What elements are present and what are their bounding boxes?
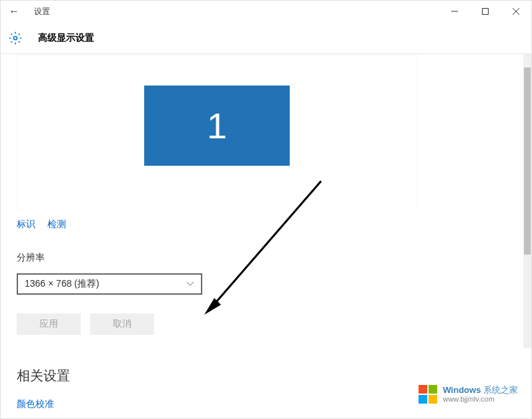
minimize-button[interactable] [439, 1, 470, 22]
svg-rect-7 [429, 385, 437, 394]
page-title: 高级显示设置 [38, 32, 94, 44]
resolution-label: 分辨率 [17, 252, 515, 264]
svg-rect-9 [429, 395, 437, 404]
content-area: 1 标识 检测 分辨率 1366 × 768 (推荐) 应用 取消 相关设置 颜… [1, 54, 531, 419]
maximize-button[interactable] [470, 1, 501, 22]
detect-link[interactable]: 检测 [47, 219, 66, 231]
identify-link[interactable]: 标识 [17, 219, 35, 231]
svg-rect-1 [483, 9, 489, 15]
related-settings-heading: 相关设置 [17, 367, 515, 385]
watermark-line1: Windows 系统之家 [443, 385, 518, 396]
vertical-scrollbar[interactable] [523, 54, 531, 348]
scrollbar-thumb[interactable] [524, 67, 531, 255]
window-controls [439, 1, 531, 22]
svg-point-4 [14, 36, 17, 39]
watermark-url: www.bjjmlv.com [443, 395, 518, 404]
display-preview: 1 [17, 54, 417, 211]
resolution-dropdown[interactable]: 1366 × 768 (推荐) [17, 273, 202, 295]
resolution-selected: 1366 × 768 (推荐) [25, 278, 99, 290]
titlebar: ← 设置 [1, 1, 531, 22]
watermark: Windows 系统之家 www.bjjmlv.com [417, 384, 518, 405]
page-header: 高级显示设置 [1, 22, 531, 54]
gear-icon [7, 30, 23, 46]
action-buttons: 应用 取消 [17, 313, 515, 335]
display-links: 标识 检测 [17, 219, 515, 231]
svg-marker-5 [204, 298, 221, 315]
watermark-text: Windows 系统之家 www.bjjmlv.com [443, 385, 518, 404]
back-button[interactable]: ← [1, 1, 27, 22]
back-arrow-icon: ← [9, 5, 19, 17]
close-button[interactable] [501, 1, 531, 22]
windows-logo-icon [417, 384, 439, 405]
svg-rect-8 [419, 395, 427, 404]
monitor-number: 1 [207, 105, 227, 146]
apply-button[interactable]: 应用 [17, 313, 81, 335]
monitor-1[interactable]: 1 [144, 86, 290, 166]
cancel-button[interactable]: 取消 [90, 313, 154, 335]
window-title: 设置 [34, 6, 50, 17]
chevron-down-icon [186, 281, 194, 288]
svg-rect-6 [419, 385, 427, 394]
